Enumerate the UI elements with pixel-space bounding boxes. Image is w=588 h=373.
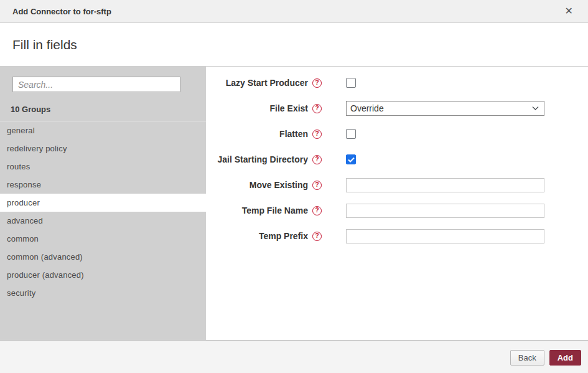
heading-bar: Fill in fields xyxy=(0,23,588,67)
form-row-lazy-start-producer: Lazy Start Producer ? xyxy=(206,75,588,90)
back-button[interactable]: Back xyxy=(510,350,544,366)
field-label: Lazy Start Producer xyxy=(226,78,308,88)
sidebar-item-response[interactable]: response xyxy=(0,176,206,194)
file-exist-select[interactable]: Override xyxy=(346,101,544,116)
help-icon[interactable]: ? xyxy=(312,155,322,164)
form-row-jail-starting-directory: Jail Starting Directory ? xyxy=(206,152,588,167)
page-title: Fill in fields xyxy=(12,37,77,52)
lazy-start-producer-checkbox[interactable] xyxy=(346,78,356,88)
field-label: Temp Prefix xyxy=(259,231,308,241)
form-row-temp-file-name: Temp File Name ? xyxy=(206,203,588,218)
field-label: Temp File Name xyxy=(242,205,308,215)
sidebar-item-producer-advanced[interactable]: producer (advanced) xyxy=(0,266,206,284)
dialog-footer: Back Add xyxy=(0,340,588,373)
temp-file-name-input[interactable] xyxy=(346,204,544,218)
form-row-move-existing: Move Existing ? xyxy=(206,177,588,192)
sidebar-item-advanced[interactable]: advanced xyxy=(0,212,206,230)
help-icon[interactable]: ? xyxy=(312,232,322,241)
add-connector-dialog: Add Connector to for-sftp ✕ Fill in fiel… xyxy=(0,0,588,373)
search-input[interactable] xyxy=(12,77,180,92)
temp-prefix-input[interactable] xyxy=(346,229,544,243)
dialog-header: Add Connector to for-sftp ✕ xyxy=(0,0,588,23)
field-label: Jail Starting Directory xyxy=(218,154,309,164)
help-icon[interactable]: ? xyxy=(312,181,322,190)
sidebar-item-routes[interactable]: routes xyxy=(0,158,206,176)
groups-count-label: 10 Groups xyxy=(11,105,206,114)
sidebar-item-security[interactable]: security xyxy=(0,284,206,302)
flatten-checkbox[interactable] xyxy=(346,129,356,139)
jail-starting-directory-checkbox[interactable] xyxy=(346,154,356,164)
close-icon[interactable]: ✕ xyxy=(562,5,576,17)
help-icon[interactable]: ? xyxy=(312,104,322,113)
groups-sidebar: 10 Groups general redelivery policy rout… xyxy=(0,67,206,340)
dialog-body: 10 Groups general redelivery policy rout… xyxy=(0,67,588,340)
dialog-title: Add Connector to for-sftp xyxy=(12,7,111,16)
move-existing-input[interactable] xyxy=(346,178,544,192)
form-row-temp-prefix: Temp Prefix ? xyxy=(206,229,588,243)
group-list: general redelivery policy routes respons… xyxy=(0,121,206,302)
help-icon[interactable]: ? xyxy=(312,206,322,215)
sidebar-item-common[interactable]: common xyxy=(0,230,206,248)
field-label: Flatten xyxy=(279,129,308,139)
sidebar-item-redelivery-policy[interactable]: redelivery policy xyxy=(0,139,206,158)
form-row-file-exist: File Exist ? Override xyxy=(206,101,588,116)
field-label: File Exist xyxy=(270,103,308,113)
sidebar-item-common-advanced[interactable]: common (advanced) xyxy=(0,248,206,266)
field-label: Move Existing xyxy=(250,180,308,190)
form-row-flatten: Flatten ? xyxy=(206,126,588,141)
sidebar-item-general[interactable]: general xyxy=(0,121,206,139)
add-button[interactable]: Add xyxy=(549,350,581,366)
fields-form: Lazy Start Producer ? File Exist ? xyxy=(206,67,588,340)
sidebar-item-producer[interactable]: producer xyxy=(0,194,206,212)
help-icon[interactable]: ? xyxy=(312,130,322,139)
help-icon[interactable]: ? xyxy=(312,78,322,88)
